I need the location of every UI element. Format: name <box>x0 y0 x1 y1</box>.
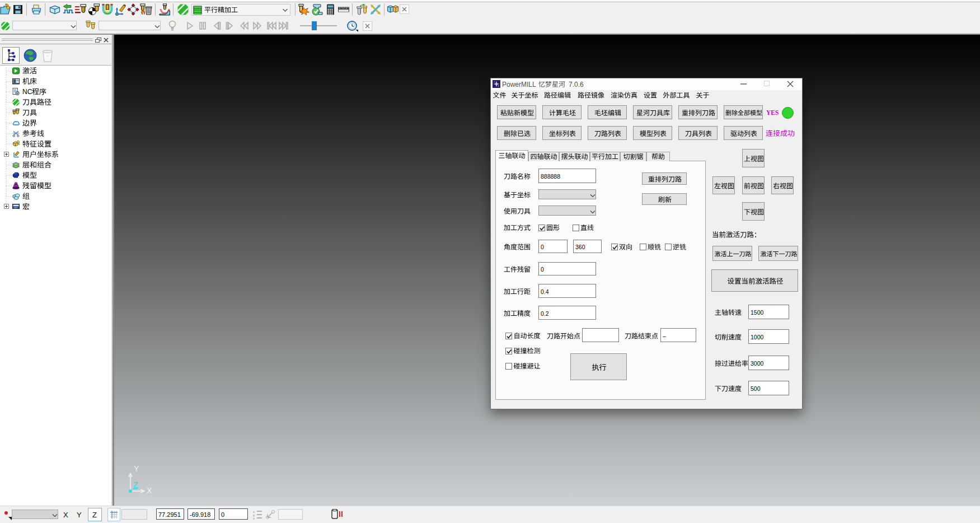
svg-text:Y: Y <box>134 464 139 473</box>
svg-text:z: z <box>253 517 255 520</box>
svg-text:X: X <box>147 486 152 495</box>
svg-text:Z: Z <box>133 480 138 489</box>
